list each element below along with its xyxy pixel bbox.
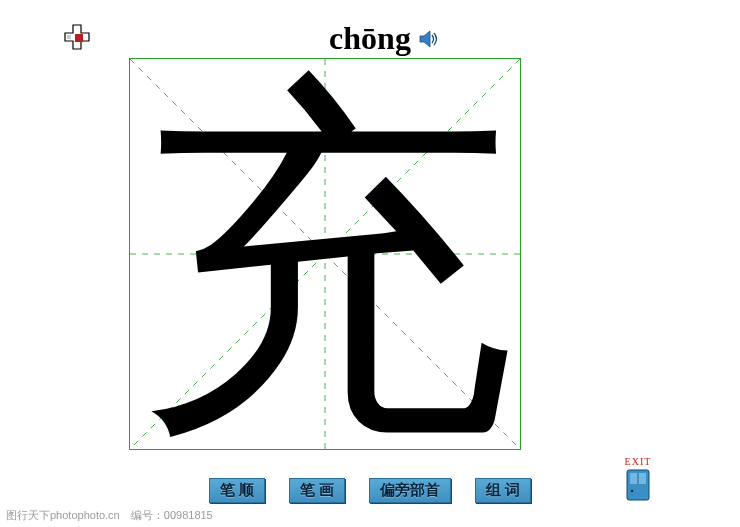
strokes-button[interactable]: 笔 画 bbox=[289, 478, 345, 503]
watermark-id-label: 编号： bbox=[131, 509, 164, 521]
mi-grid-frame: 充 bbox=[129, 58, 521, 450]
watermark-id-value: 00981815 bbox=[164, 509, 213, 521]
speaker-icon[interactable] bbox=[418, 28, 440, 50]
radical-button[interactable]: 偏旁部首 bbox=[369, 478, 451, 503]
exit-label: EXIT bbox=[618, 456, 658, 467]
character-glyph: 充 bbox=[130, 59, 520, 449]
watermark: 图行天下photophoto.cn 编号：00981815 bbox=[6, 508, 213, 523]
door-icon bbox=[618, 469, 658, 501]
watermark-site: 图行天下photophoto.cn bbox=[6, 509, 120, 521]
words-button[interactable]: 组 词 bbox=[475, 478, 531, 503]
svg-point-9 bbox=[631, 490, 634, 493]
pinyin-label: chōng bbox=[0, 20, 740, 57]
exit-button[interactable]: EXIT bbox=[618, 456, 658, 501]
stroke-order-button[interactable]: 笔 顺 bbox=[209, 478, 265, 503]
